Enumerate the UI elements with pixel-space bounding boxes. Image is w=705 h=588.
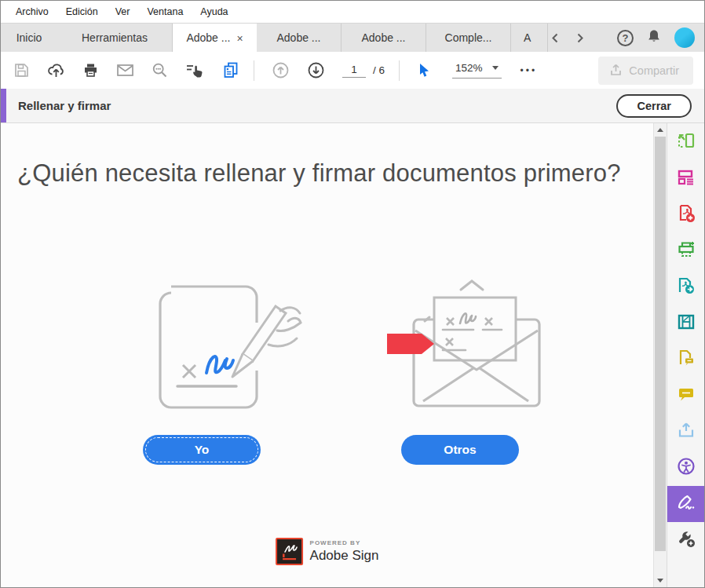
sidebar-tool-organize-pages[interactable] <box>667 161 704 197</box>
toolbar-divider <box>399 60 400 81</box>
sidebar-tool-fill-and-sign[interactable] <box>667 486 704 522</box>
sidebar-tool-comments-document[interactable] <box>667 341 704 378</box>
scan-ocr-icon <box>676 239 696 263</box>
export-panel-icon <box>676 131 696 155</box>
adobe-sign-brand: POWERED BY Adobe Sign <box>276 538 379 565</box>
menu-ayuda[interactable]: Ayuda <box>193 3 235 20</box>
tab-document-5-truncated[interactable]: A <box>511 24 547 52</box>
close-fill-sign-button[interactable]: Cerrar <box>616 94 692 118</box>
sidebar-tool-comment[interactable] <box>667 378 704 414</box>
acrobat-window: Archivo Edición Ver Ventana Ayuda Inicio… <box>0 0 705 588</box>
sidebar-tool-add-tools[interactable] <box>667 522 704 558</box>
document-with-pen-illustration <box>134 272 303 422</box>
chevron-right-icon[interactable] <box>574 32 586 44</box>
page-total-label: / 6 <box>373 64 385 76</box>
scroll-up-arrow[interactable] <box>654 124 667 136</box>
tab-document-2[interactable]: Adobe ... <box>257 24 342 52</box>
page-copy-icon[interactable] <box>222 61 239 79</box>
zoom-level-value: 152% <box>455 62 483 74</box>
adobe-sign-logo-icon <box>276 538 303 565</box>
tab-label: A <box>524 31 531 44</box>
menu-edicion[interactable]: Edición <box>59 3 105 20</box>
scrollbar-thumb[interactable] <box>655 137 666 551</box>
sidebar-tool-share-panel[interactable] <box>667 414 704 450</box>
tab-label: Adobe ... <box>361 31 405 44</box>
accessibility-icon <box>676 456 696 480</box>
menu-bar: Archivo Edición Ver Ventana Ayuda <box>1 1 704 23</box>
menu-ventana[interactable]: Ventana <box>140 3 190 20</box>
next-page-icon[interactable] <box>307 61 325 79</box>
tab-document-active[interactable]: Adobe ... × <box>172 24 257 52</box>
menu-archivo[interactable]: Archivo <box>9 3 56 20</box>
triangle-up-icon <box>657 128 663 132</box>
tab-herramientas[interactable]: Herramientas <box>57 24 172 52</box>
tab-document-4[interactable]: Comple... <box>426 24 511 52</box>
share-button[interactable]: Compartir <box>598 57 693 85</box>
share-icon <box>609 63 623 79</box>
sidebar-tool-export-pdf[interactable] <box>667 269 704 305</box>
tab-label: Adobe ... <box>276 31 320 44</box>
email-icon[interactable] <box>116 63 134 78</box>
previous-page-icon[interactable] <box>272 61 290 79</box>
more-tools-icon[interactable]: ••• <box>521 65 538 76</box>
cloud-upload-icon[interactable] <box>47 62 65 79</box>
toolbar-divider <box>254 60 254 81</box>
print-icon[interactable] <box>82 62 99 79</box>
caret-down-icon <box>492 66 499 70</box>
tab-controls: ? <box>547 24 704 52</box>
chevron-left-icon[interactable] <box>550 32 561 44</box>
otros-button[interactable]: Otros <box>401 435 519 465</box>
tools-sidebar <box>667 123 704 587</box>
rich-media-icon <box>676 312 696 335</box>
envelope-with-letter-illustration <box>385 274 554 415</box>
fill-and-sign-icon <box>675 491 697 517</box>
bell-icon[interactable] <box>646 28 662 47</box>
export-pdf-icon <box>676 276 696 299</box>
scroll-down-arrow[interactable] <box>654 575 667 586</box>
tab-label: Inicio <box>16 31 42 44</box>
fill-sign-panel: ¿Quién necesita rellenar y firmar docume… <box>1 123 653 587</box>
tab-label: Adobe ... <box>186 31 230 44</box>
create-pdf-icon <box>676 203 696 227</box>
fill-sign-title: Rellenar y firmar <box>18 99 111 112</box>
zoom-level-dropdown[interactable]: 152% <box>452 62 502 79</box>
sidebar-tool-export-panel[interactable] <box>667 125 704 161</box>
vertical-scrollbar[interactable] <box>653 123 667 587</box>
organize-pages-icon <box>676 167 696 191</box>
sidebar-tool-create-pdf[interactable] <box>667 197 704 233</box>
touch-select-icon[interactable] <box>185 62 205 79</box>
powered-by-label: POWERED BY <box>310 539 379 546</box>
share-button-label: Compartir <box>629 64 679 77</box>
select-cursor-icon[interactable] <box>417 62 432 79</box>
tab-label: Herramientas <box>82 31 148 44</box>
page-number-input[interactable] <box>342 64 366 78</box>
search-zoom-icon[interactable] <box>152 62 168 79</box>
fill-sign-header-bar: Rellenar y firmar Cerrar <box>1 89 704 123</box>
content-area: ¿Quién necesita rellenar y firmar docume… <box>1 123 704 587</box>
adobe-sign-text: POWERED BY Adobe Sign <box>310 539 379 564</box>
help-icon[interactable]: ? <box>617 30 634 46</box>
add-tools-icon <box>676 528 696 552</box>
comments-document-icon <box>676 348 696 371</box>
adobe-sign-label: Adobe Sign <box>310 548 379 564</box>
sidebar-tool-accessibility[interactable] <box>667 450 704 486</box>
tab-label: Comple... <box>445 31 492 44</box>
page-title: ¿Quién necesita rellenar y firmar docume… <box>17 159 621 188</box>
share-panel-icon <box>676 420 696 444</box>
toolbar: / 6 152% ••• Compartir <box>1 52 704 89</box>
avatar[interactable] <box>674 27 695 48</box>
triangle-down-icon <box>657 579 663 583</box>
tab-document-3[interactable]: Adobe ... <box>342 24 426 52</box>
comment-icon <box>676 384 696 407</box>
purple-accent-bar <box>1 89 6 122</box>
close-tab-icon[interactable]: × <box>236 33 243 44</box>
sidebar-tool-rich-media[interactable] <box>667 305 704 341</box>
menu-ver[interactable]: Ver <box>108 3 137 20</box>
yo-button[interactable]: Yo <box>143 435 261 465</box>
tab-bar: Inicio Herramientas Adobe ... × Adobe ..… <box>1 23 704 52</box>
save-icon[interactable] <box>13 62 30 79</box>
tab-inicio[interactable]: Inicio <box>1 24 57 52</box>
sidebar-tool-scan-ocr[interactable] <box>667 233 704 269</box>
